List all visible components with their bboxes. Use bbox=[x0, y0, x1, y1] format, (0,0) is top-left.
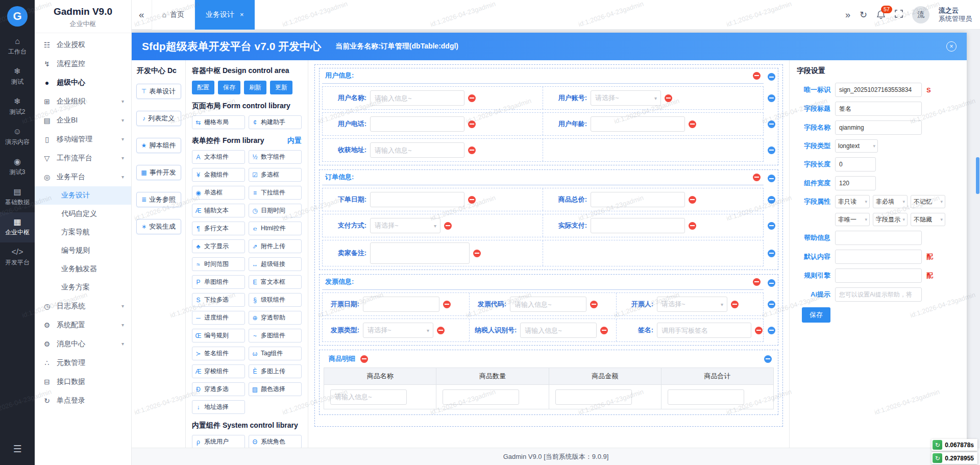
form-control-button[interactable]: ⇗ 附件上传 bbox=[249, 239, 302, 253]
sidebar-item-log-system[interactable]: ◷ 日志系统 ▾ bbox=[35, 297, 131, 315]
remove-row-icon[interactable] bbox=[768, 222, 775, 230]
close-tab-icon[interactable]: × bbox=[240, 11, 244, 18]
remove-field-icon[interactable] bbox=[689, 120, 696, 128]
remove-field-icon[interactable] bbox=[755, 327, 763, 334]
layout-control-button[interactable]: ¢ 构建助手 bbox=[249, 115, 302, 129]
configure-link[interactable]: 配 bbox=[926, 271, 933, 280]
form-control-button[interactable]: ↓ 地址选择 bbox=[192, 400, 245, 414]
remove-row-icon[interactable] bbox=[768, 301, 775, 308]
signature-input[interactable] bbox=[657, 323, 751, 338]
form-control-button[interactable]: ↔ 超级链接 bbox=[249, 257, 302, 271]
attr-required-select[interactable]: 非必填▾ bbox=[873, 195, 908, 208]
sidebar-item-enterprise-bi[interactable]: ▤ 企业BI ▾ bbox=[35, 111, 131, 130]
rail-item-test2[interactable]: ❄ 测试2 bbox=[0, 92, 35, 122]
form-control-button[interactable]: ≈ 时间范围 bbox=[192, 257, 245, 271]
form-control-button[interactable]: Œ 编号规则 bbox=[192, 329, 245, 342]
remove-field-icon[interactable] bbox=[468, 94, 476, 102]
sidebar-item-workflow-platform[interactable]: ▽ 工作流平台 ▾ bbox=[35, 149, 131, 167]
rail-item-demo[interactable]: ☺ 演示内容 bbox=[0, 122, 35, 152]
remove-field-icon[interactable] bbox=[444, 222, 452, 230]
sidebar-item-business-platform[interactable]: ◎ 业务平台 ▾ bbox=[35, 167, 131, 186]
business-ref-button[interactable]: ≣ 业务参照 bbox=[136, 192, 181, 207]
form-control-button[interactable]: ¶ 多行文本 bbox=[192, 222, 245, 235]
field-length-input[interactable] bbox=[835, 157, 876, 172]
notification-bell-icon[interactable]: 57 bbox=[876, 10, 886, 19]
attr-unique-select[interactable]: 非唯一▾ bbox=[835, 213, 870, 226]
form-control-button[interactable]: ω Tag组件 bbox=[249, 347, 302, 360]
tab-business-design[interactable]: 业务设计 × bbox=[195, 0, 255, 30]
actual-pay-input[interactable] bbox=[591, 218, 685, 233]
sidebar-item-super-center[interactable]: ● 超级中心 bbox=[35, 73, 131, 92]
remove-row-icon[interactable] bbox=[768, 73, 775, 81]
form-control-button[interactable]: ◉ 单选框 bbox=[192, 186, 245, 200]
goods-qty-input[interactable] bbox=[443, 389, 519, 405]
save-button[interactable]: 保存 bbox=[802, 307, 830, 323]
user-account-select[interactable]: 请选择~ ▾ bbox=[591, 90, 661, 106]
remove-row-icon[interactable] bbox=[768, 94, 775, 102]
remove-row-icon[interactable] bbox=[764, 355, 772, 363]
invoice-date-input[interactable] bbox=[363, 297, 439, 312]
help-info-input[interactable] bbox=[835, 231, 922, 245]
field-name-input[interactable] bbox=[835, 120, 922, 135]
library-action-button[interactable]: 更新 bbox=[270, 81, 292, 94]
form-control-button[interactable]: ~ 多图组件 bbox=[249, 329, 302, 342]
form-section-invoice-info[interactable]: 发票信息: 开票日期: bbox=[319, 274, 778, 346]
form-control-button[interactable]: ─ 进度组件 bbox=[192, 311, 245, 325]
remove-field-icon[interactable] bbox=[473, 250, 481, 257]
form-control-button[interactable]: § 级联组件 bbox=[249, 293, 302, 307]
user-name-input[interactable] bbox=[370, 90, 464, 106]
sidebar-subitem-business-plan[interactable]: 业务方案 bbox=[35, 278, 131, 297]
remove-field-icon[interactable] bbox=[468, 146, 476, 154]
form-control-button[interactable]: ⊕ 穿透帮助 bbox=[249, 311, 302, 325]
remove-field-icon[interactable] bbox=[731, 301, 739, 308]
rail-item-enterprise-hub[interactable]: ▦ 企业中枢 bbox=[0, 212, 35, 242]
sidebar-item-flow-monitor[interactable]: ↯ 流程监控 bbox=[35, 54, 131, 73]
tab-home[interactable]: ⌂ 首页 bbox=[152, 0, 195, 30]
component-width-input[interactable] bbox=[835, 176, 876, 190]
invoice-issuer-select[interactable]: 请选择~ ▾ bbox=[657, 297, 727, 312]
order-date-input[interactable] bbox=[370, 192, 464, 207]
remove-section-icon[interactable] bbox=[753, 174, 761, 181]
sidebar-subitem-business-trigger[interactable]: 业务触发器 bbox=[35, 260, 131, 278]
builtin-tag[interactable]: 内置 bbox=[287, 136, 302, 145]
default-content-input[interactable] bbox=[835, 250, 922, 264]
form-control-button[interactable]: Æ 辅助文本 bbox=[192, 204, 245, 217]
seller-note-textarea[interactable] bbox=[370, 242, 470, 264]
form-section-order-info[interactable]: 订单信息: 下单日期: bbox=[319, 169, 778, 270]
form-control-button[interactable]: Æ 穿梭组件 bbox=[192, 364, 245, 378]
remove-field-icon[interactable] bbox=[443, 301, 451, 308]
ai-hint-input[interactable] bbox=[835, 287, 922, 302]
app-logo[interactable]: G bbox=[7, 6, 28, 27]
remove-row-icon[interactable] bbox=[768, 250, 775, 257]
field-title-input[interactable] bbox=[835, 102, 922, 116]
goods-amount-input[interactable] bbox=[555, 389, 632, 405]
form-control-button[interactable]: ≡ 下拉组件 bbox=[249, 186, 302, 200]
form-control-button[interactable]: ▨ 颜色选择 bbox=[249, 382, 302, 396]
rail-item-test[interactable]: ❄ 测试 bbox=[0, 62, 35, 92]
form-design-button[interactable]: ⊤ 表单设计 bbox=[136, 84, 181, 99]
form-control-button[interactable]: ½ 数字组件 bbox=[249, 150, 302, 164]
rule-engine-input[interactable] bbox=[835, 268, 922, 283]
user-phone-input[interactable] bbox=[370, 116, 464, 132]
modal-close-icon[interactable]: × bbox=[946, 41, 957, 52]
sidebar-subitem-plan-nav[interactable]: 方案导航 bbox=[35, 223, 131, 241]
remove-row-icon[interactable] bbox=[768, 120, 775, 128]
sidebar-item-system-config[interactable]: ⚙ 系统配置 ▾ bbox=[35, 315, 131, 334]
sidebar-subitem-business-design[interactable]: 业务设计 bbox=[35, 186, 131, 205]
sidebar-item-api-data[interactable]: ⊟ 接口数据 bbox=[35, 372, 131, 391]
remove-row-icon[interactable] bbox=[768, 196, 775, 204]
library-action-button[interactable]: 保存 bbox=[218, 81, 240, 94]
library-action-button[interactable]: 刷新 bbox=[244, 81, 266, 94]
form-section-goods-detail[interactable]: 商品明细 商品名称 商品数量 商品金额 bbox=[319, 350, 778, 415]
user-info[interactable]: 流之云 系统管理员 bbox=[939, 7, 972, 23]
form-control-button[interactable]: P 单图组件 bbox=[192, 275, 245, 289]
sidebar-item-enterprise-org[interactable]: ⊞ 企业组织 ▾ bbox=[35, 92, 131, 111]
user-age-input[interactable] bbox=[591, 116, 685, 132]
sidebar-collapse-icon[interactable]: « bbox=[132, 9, 152, 20]
form-control-button[interactable]: E 富文本框 bbox=[249, 275, 302, 289]
fullscreen-icon[interactable] bbox=[895, 10, 903, 19]
refresh-icon[interactable]: ↻ bbox=[860, 10, 867, 19]
form-control-button[interactable]: A 文本组件 bbox=[192, 150, 245, 164]
remove-section-icon[interactable] bbox=[360, 355, 368, 363]
form-control-button[interactable]: ≻ 签名组件 bbox=[192, 347, 245, 360]
